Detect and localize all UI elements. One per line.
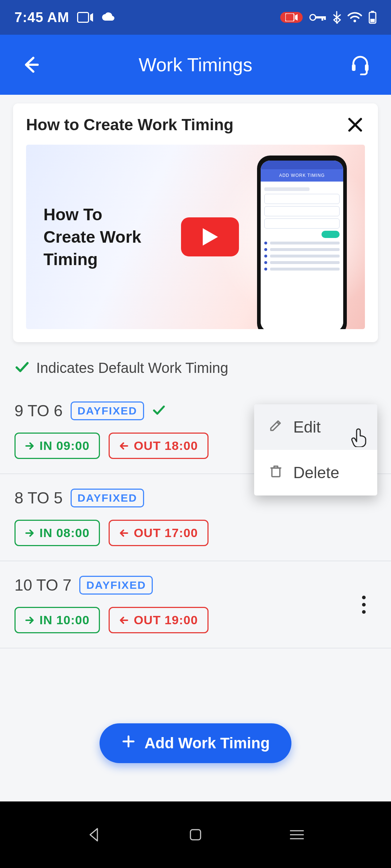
video-thumbnail-text: How To Create Work Timing: [43, 203, 141, 271]
timing-name: 10 TO 7: [14, 576, 71, 594]
howto-title: How to Create Work Timing: [26, 116, 234, 134]
support-button[interactable]: [348, 54, 373, 75]
default-legend-text: Indicates Default Work Timing: [36, 360, 228, 376]
system-nav-bar: [0, 801, 391, 868]
phone-mockup: ADD WORK TIMING: [257, 156, 347, 329]
fab-label: Add Work Timing: [144, 735, 270, 752]
default-legend: Indicates Default Work Timing: [0, 342, 391, 387]
arrow-left-icon: [119, 528, 129, 538]
in-time-pill: IN 09:00: [14, 433, 100, 459]
plus-icon: [121, 734, 136, 752]
status-bar: 7:45 AM: [0, 0, 391, 35]
status-time: 7:45 AM: [14, 10, 69, 25]
add-work-timing-button[interactable]: Add Work Timing: [100, 723, 291, 763]
vpn-key-icon: [309, 13, 326, 22]
edit-label: Edit: [293, 418, 321, 436]
svg-point-4: [310, 14, 316, 20]
nav-back-button[interactable]: [80, 820, 109, 849]
video-thumbnail[interactable]: How To Create Work Timing ADD WORK TIMIN…: [26, 145, 365, 329]
arrow-left-icon: [119, 616, 129, 625]
play-icon: [181, 217, 239, 256]
dayfixed-badge: DAYFIXED: [79, 576, 153, 595]
svg-rect-10: [371, 11, 374, 13]
close-button[interactable]: [345, 115, 365, 135]
back-button[interactable]: [18, 55, 43, 75]
arrow-left-icon: [119, 441, 129, 451]
in-time-pill: IN 10:00: [14, 607, 100, 633]
check-icon: [14, 359, 30, 376]
dayfixed-badge: DAYFIXED: [71, 489, 144, 507]
arrow-right-icon: [25, 441, 34, 451]
svg-rect-13: [365, 64, 369, 71]
in-time-pill: IN 08:00: [14, 520, 100, 546]
nav-recent-button[interactable]: [282, 820, 311, 849]
svg-rect-6: [321, 16, 323, 21]
trash-icon: [269, 464, 283, 482]
default-check-icon: [152, 403, 166, 418]
svg-rect-2: [285, 13, 294, 21]
svg-rect-15: [272, 468, 280, 477]
svg-rect-16: [190, 830, 201, 840]
context-menu: Edit Delete: [254, 404, 377, 495]
wifi-icon: [348, 12, 362, 23]
delete-menu-item[interactable]: Delete: [254, 450, 377, 495]
record-indicator-icon: [280, 12, 303, 23]
out-time-pill: OUT 17:00: [109, 520, 208, 546]
svg-rect-0: [78, 13, 89, 22]
arrow-right-icon: [25, 616, 34, 625]
timing-name: 9 TO 6: [14, 402, 63, 420]
bluetooth-icon: [332, 11, 341, 24]
screencast-icon: [77, 12, 93, 23]
timing-item[interactable]: 10 TO 7 DAYFIXED IN 10:00 OUT 19:00: [0, 561, 391, 648]
app-bar: Work Timings: [0, 35, 391, 95]
svg-rect-5: [315, 16, 325, 18]
cursor-icon: [351, 427, 369, 448]
cloud-icon: [101, 12, 117, 23]
out-time-pill: OUT 18:00: [109, 433, 208, 459]
pencil-icon: [269, 418, 283, 436]
svg-marker-14: [203, 228, 218, 246]
more-button[interactable]: [356, 590, 371, 620]
nav-home-button[interactable]: [181, 820, 210, 849]
page-title: Work Timings: [43, 54, 348, 76]
battery-icon: [369, 11, 377, 24]
svg-marker-3: [295, 14, 298, 21]
svg-rect-12: [352, 64, 356, 71]
dayfixed-badge: DAYFIXED: [71, 401, 144, 420]
svg-marker-1: [90, 13, 93, 22]
delete-label: Delete: [293, 464, 339, 482]
svg-rect-7: [324, 16, 326, 20]
timing-name: 8 TO 5: [14, 489, 63, 507]
svg-rect-11: [370, 19, 375, 22]
out-time-pill: OUT 19:00: [109, 607, 208, 633]
howto-card: How to Create Work Timing How To Create …: [13, 103, 378, 342]
svg-point-8: [354, 20, 356, 22]
arrow-right-icon: [25, 528, 34, 538]
